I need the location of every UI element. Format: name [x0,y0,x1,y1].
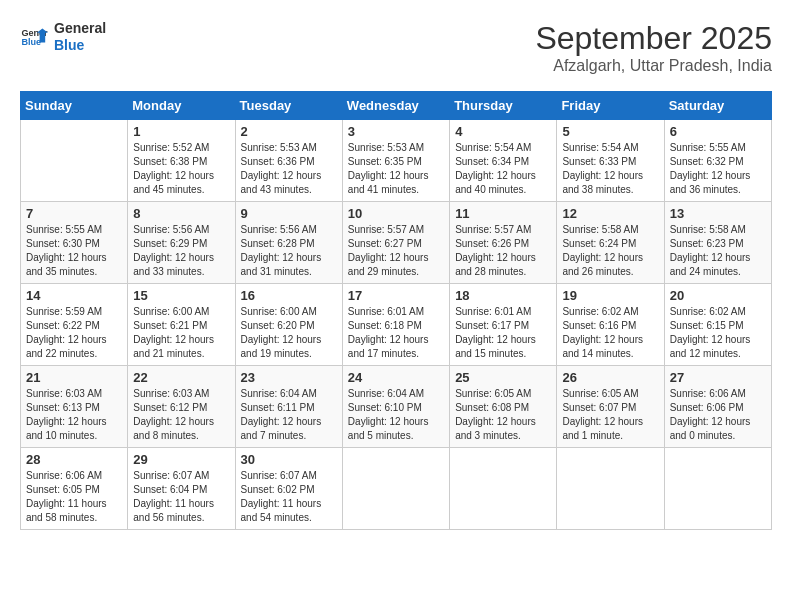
calendar-cell [21,120,128,202]
day-number: 12 [562,206,658,221]
day-info: Sunrise: 6:06 AM Sunset: 6:05 PM Dayligh… [26,469,122,525]
day-info: Sunrise: 6:07 AM Sunset: 6:02 PM Dayligh… [241,469,337,525]
day-info: Sunrise: 5:56 AM Sunset: 6:29 PM Dayligh… [133,223,229,279]
col-header-saturday: Saturday [664,92,771,120]
day-number: 5 [562,124,658,139]
day-number: 27 [670,370,766,385]
day-info: Sunrise: 6:00 AM Sunset: 6:21 PM Dayligh… [133,305,229,361]
logo-icon: General Blue [20,23,48,51]
day-number: 17 [348,288,444,303]
day-number: 15 [133,288,229,303]
logo-blue: Blue [54,37,106,54]
calendar-cell: 30Sunrise: 6:07 AM Sunset: 6:02 PM Dayli… [235,448,342,530]
calendar-cell: 3Sunrise: 5:53 AM Sunset: 6:35 PM Daylig… [342,120,449,202]
day-info: Sunrise: 5:56 AM Sunset: 6:28 PM Dayligh… [241,223,337,279]
day-number: 9 [241,206,337,221]
day-info: Sunrise: 6:05 AM Sunset: 6:08 PM Dayligh… [455,387,551,443]
day-info: Sunrise: 6:07 AM Sunset: 6:04 PM Dayligh… [133,469,229,525]
day-number: 24 [348,370,444,385]
day-number: 29 [133,452,229,467]
calendar-cell: 18Sunrise: 6:01 AM Sunset: 6:17 PM Dayli… [450,284,557,366]
day-info: Sunrise: 6:04 AM Sunset: 6:11 PM Dayligh… [241,387,337,443]
calendar-cell: 15Sunrise: 6:00 AM Sunset: 6:21 PM Dayli… [128,284,235,366]
col-header-sunday: Sunday [21,92,128,120]
week-row-4: 21Sunrise: 6:03 AM Sunset: 6:13 PM Dayli… [21,366,772,448]
calendar-table: SundayMondayTuesdayWednesdayThursdayFrid… [20,91,772,530]
calendar-cell: 4Sunrise: 5:54 AM Sunset: 6:34 PM Daylig… [450,120,557,202]
week-row-1: 1Sunrise: 5:52 AM Sunset: 6:38 PM Daylig… [21,120,772,202]
calendar-cell: 8Sunrise: 5:56 AM Sunset: 6:29 PM Daylig… [128,202,235,284]
day-info: Sunrise: 5:55 AM Sunset: 6:32 PM Dayligh… [670,141,766,197]
calendar-cell: 23Sunrise: 6:04 AM Sunset: 6:11 PM Dayli… [235,366,342,448]
week-row-3: 14Sunrise: 5:59 AM Sunset: 6:22 PM Dayli… [21,284,772,366]
calendar-cell: 26Sunrise: 6:05 AM Sunset: 6:07 PM Dayli… [557,366,664,448]
day-info: Sunrise: 6:03 AM Sunset: 6:13 PM Dayligh… [26,387,122,443]
calendar-cell [342,448,449,530]
logo: General Blue General Blue [20,20,106,54]
day-number: 7 [26,206,122,221]
calendar-cell: 1Sunrise: 5:52 AM Sunset: 6:38 PM Daylig… [128,120,235,202]
day-info: Sunrise: 6:00 AM Sunset: 6:20 PM Dayligh… [241,305,337,361]
day-number: 22 [133,370,229,385]
calendar-cell: 14Sunrise: 5:59 AM Sunset: 6:22 PM Dayli… [21,284,128,366]
day-number: 20 [670,288,766,303]
calendar-cell [450,448,557,530]
calendar-cell: 21Sunrise: 6:03 AM Sunset: 6:13 PM Dayli… [21,366,128,448]
col-header-wednesday: Wednesday [342,92,449,120]
day-info: Sunrise: 5:59 AM Sunset: 6:22 PM Dayligh… [26,305,122,361]
day-number: 4 [455,124,551,139]
day-info: Sunrise: 6:01 AM Sunset: 6:17 PM Dayligh… [455,305,551,361]
calendar-cell: 9Sunrise: 5:56 AM Sunset: 6:28 PM Daylig… [235,202,342,284]
day-info: Sunrise: 5:55 AM Sunset: 6:30 PM Dayligh… [26,223,122,279]
day-info: Sunrise: 5:57 AM Sunset: 6:27 PM Dayligh… [348,223,444,279]
day-number: 26 [562,370,658,385]
day-number: 3 [348,124,444,139]
day-info: Sunrise: 6:03 AM Sunset: 6:12 PM Dayligh… [133,387,229,443]
day-number: 13 [670,206,766,221]
calendar-cell [557,448,664,530]
day-number: 11 [455,206,551,221]
calendar-cell [664,448,771,530]
day-number: 14 [26,288,122,303]
calendar-cell: 19Sunrise: 6:02 AM Sunset: 6:16 PM Dayli… [557,284,664,366]
title-block: September 2025 Afzalgarh, Uttar Pradesh,… [535,20,772,75]
day-info: Sunrise: 6:02 AM Sunset: 6:15 PM Dayligh… [670,305,766,361]
day-number: 6 [670,124,766,139]
week-row-2: 7Sunrise: 5:55 AM Sunset: 6:30 PM Daylig… [21,202,772,284]
calendar-cell: 6Sunrise: 5:55 AM Sunset: 6:32 PM Daylig… [664,120,771,202]
day-number: 10 [348,206,444,221]
calendar-cell: 12Sunrise: 5:58 AM Sunset: 6:24 PM Dayli… [557,202,664,284]
calendar-cell: 16Sunrise: 6:00 AM Sunset: 6:20 PM Dayli… [235,284,342,366]
calendar-cell: 11Sunrise: 5:57 AM Sunset: 6:26 PM Dayli… [450,202,557,284]
col-header-thursday: Thursday [450,92,557,120]
day-info: Sunrise: 6:04 AM Sunset: 6:10 PM Dayligh… [348,387,444,443]
calendar-cell: 20Sunrise: 6:02 AM Sunset: 6:15 PM Dayli… [664,284,771,366]
day-info: Sunrise: 5:54 AM Sunset: 6:33 PM Dayligh… [562,141,658,197]
calendar-cell: 28Sunrise: 6:06 AM Sunset: 6:05 PM Dayli… [21,448,128,530]
location-title: Afzalgarh, Uttar Pradesh, India [535,57,772,75]
day-info: Sunrise: 5:58 AM Sunset: 6:23 PM Dayligh… [670,223,766,279]
svg-text:Blue: Blue [21,37,41,47]
day-number: 21 [26,370,122,385]
day-info: Sunrise: 5:53 AM Sunset: 6:36 PM Dayligh… [241,141,337,197]
day-number: 23 [241,370,337,385]
calendar-cell: 17Sunrise: 6:01 AM Sunset: 6:18 PM Dayli… [342,284,449,366]
day-info: Sunrise: 6:06 AM Sunset: 6:06 PM Dayligh… [670,387,766,443]
calendar-cell: 13Sunrise: 5:58 AM Sunset: 6:23 PM Dayli… [664,202,771,284]
calendar-cell: 27Sunrise: 6:06 AM Sunset: 6:06 PM Dayli… [664,366,771,448]
day-info: Sunrise: 5:53 AM Sunset: 6:35 PM Dayligh… [348,141,444,197]
page-header: General Blue General Blue September 2025… [20,20,772,75]
day-number: 1 [133,124,229,139]
calendar-cell: 22Sunrise: 6:03 AM Sunset: 6:12 PM Dayli… [128,366,235,448]
day-info: Sunrise: 5:58 AM Sunset: 6:24 PM Dayligh… [562,223,658,279]
day-number: 8 [133,206,229,221]
col-header-friday: Friday [557,92,664,120]
day-number: 18 [455,288,551,303]
day-info: Sunrise: 6:05 AM Sunset: 6:07 PM Dayligh… [562,387,658,443]
day-info: Sunrise: 5:52 AM Sunset: 6:38 PM Dayligh… [133,141,229,197]
day-info: Sunrise: 6:02 AM Sunset: 6:16 PM Dayligh… [562,305,658,361]
calendar-cell: 25Sunrise: 6:05 AM Sunset: 6:08 PM Dayli… [450,366,557,448]
day-info: Sunrise: 5:57 AM Sunset: 6:26 PM Dayligh… [455,223,551,279]
calendar-cell: 7Sunrise: 5:55 AM Sunset: 6:30 PM Daylig… [21,202,128,284]
day-info: Sunrise: 5:54 AM Sunset: 6:34 PM Dayligh… [455,141,551,197]
